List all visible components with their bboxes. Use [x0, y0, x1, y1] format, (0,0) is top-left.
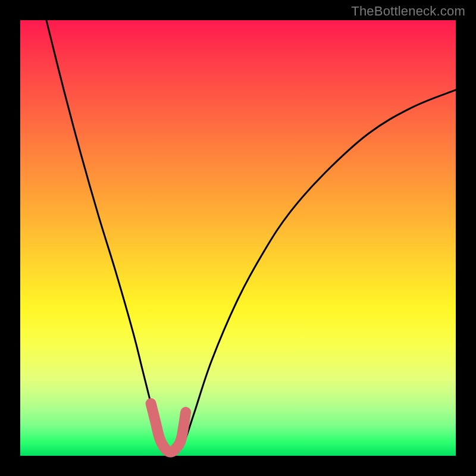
bottleneck-curve [46, 20, 456, 452]
plot-area [20, 20, 456, 456]
highlight-basin [151, 403, 186, 452]
chart-frame: TheBottleneck.com [0, 0, 476, 476]
chart-svg [20, 20, 456, 456]
watermark-text: TheBottleneck.com [351, 4, 465, 19]
